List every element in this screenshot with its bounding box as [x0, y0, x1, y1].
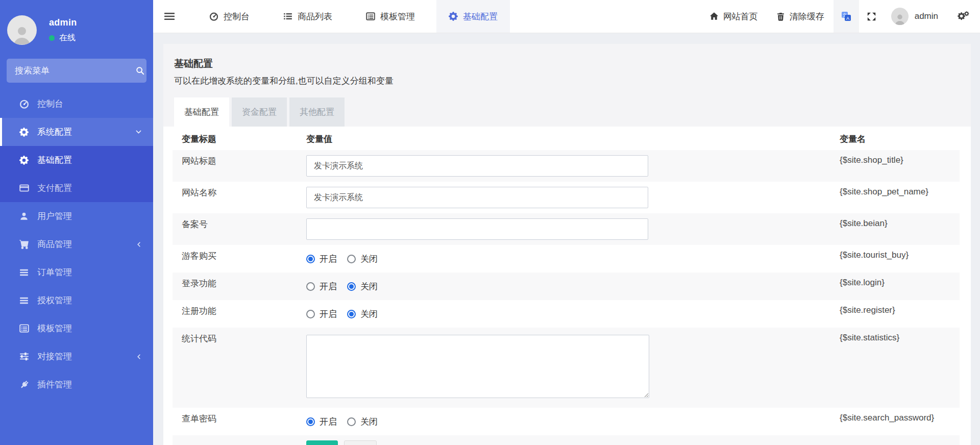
register-off-radio[interactable] [347, 310, 356, 318]
dashboard-icon [209, 12, 218, 21]
menu-search-input[interactable] [7, 66, 136, 76]
user-menu[interactable]: admin [884, 0, 945, 33]
sidebar-item-label: 插件管理 [37, 379, 72, 390]
row-varname: {$site.register} [830, 300, 960, 328]
online-label: 在线 [59, 33, 76, 43]
search-password-off-radio[interactable] [347, 417, 356, 426]
user-status: 在线 [49, 33, 77, 43]
sidebar-item-user-management[interactable]: 用户管理 [0, 202, 153, 230]
clear-cache-link[interactable]: 清除缓存 [767, 0, 834, 33]
sidebar-item-payment-config[interactable]: 支付配置 [0, 174, 153, 202]
tourist-buy-off-radio[interactable] [347, 255, 356, 263]
radio-label-on[interactable]: 开启 [320, 308, 337, 320]
gear-icon [18, 156, 30, 165]
radio-label-on[interactable]: 开启 [320, 416, 337, 428]
statistics-textarea[interactable] [306, 335, 649, 398]
nav-tab-dashboard[interactable]: 控制台 [197, 0, 262, 33]
config-panel: 基础配置 可以在此增改系统的变量和分组,也可以自定义分组和变量 基础配置 资金配… [163, 44, 971, 445]
nav-tab-template-management[interactable]: 模板管理 [354, 0, 427, 33]
sidebar-item-docking-management[interactable]: 对接管理 [0, 342, 153, 370]
dashboard-icon [18, 99, 30, 109]
row-title: 备案号 [173, 213, 297, 245]
sidebar-item-system-config[interactable]: 系统配置 [0, 118, 153, 146]
tourist-buy-on-radio[interactable] [306, 255, 315, 263]
table-row: 登录功能 开启 关闭 {$site.login} [173, 273, 960, 300]
sidebar-toggle-button[interactable] [153, 0, 188, 33]
nav-tab-label: 商品列表 [298, 11, 332, 22]
radio-label-on[interactable]: 开启 [320, 281, 337, 292]
shop-pet-name-input[interactable] [306, 187, 648, 208]
search-icon[interactable] [136, 66, 144, 75]
table-row: 注册功能 开启 关闭 {$site.register} [173, 300, 960, 328]
cogs-icon [958, 11, 970, 21]
shop-title-input[interactable] [306, 155, 648, 177]
reset-button[interactable] [344, 440, 377, 445]
tab-basic-config[interactable]: 基础配置 [174, 97, 229, 127]
login-off-radio[interactable] [347, 282, 356, 291]
fullscreen-icon [867, 12, 876, 21]
sliders-icon [18, 352, 30, 361]
sidebar-item-label: 控制台 [37, 98, 63, 110]
sidebar-item-label: 订单管理 [37, 266, 72, 278]
row-varname: {$site.search_password} [830, 408, 960, 435]
tab-fund-config[interactable]: 资金配置 [232, 97, 287, 127]
sidebar-item-basic-config[interactable]: 基础配置 [0, 146, 153, 174]
table-row-actions [173, 435, 960, 445]
sidebar-item-plugin-management[interactable]: 插件管理 [0, 370, 153, 399]
avatar[interactable] [7, 15, 37, 45]
fullscreen-button[interactable] [859, 0, 884, 33]
nav-tab-goods-list[interactable]: 商品列表 [271, 0, 345, 33]
list-alt-icon [366, 12, 375, 21]
table-row: 查单密码 开启 关闭 {$site.search_password} [173, 408, 960, 435]
row-title: 注册功能 [173, 300, 297, 328]
radio-label-off[interactable]: 关闭 [360, 416, 378, 428]
search-password-on-radio[interactable] [306, 417, 315, 426]
sidebar-item-template-management[interactable]: 模板管理 [0, 314, 153, 342]
sidebar-item-label: 用户管理 [37, 210, 72, 222]
beian-input[interactable] [306, 218, 648, 240]
user-name: admin [49, 17, 77, 28]
language-switch-button[interactable]: 文A [834, 0, 859, 33]
table-row: 游客购买 开启 关闭 {$site.tourist_buy} [173, 245, 960, 273]
radio-label-off[interactable]: 关闭 [360, 281, 378, 292]
chevron-left-icon [136, 354, 142, 360]
radio-label-off[interactable]: 关闭 [360, 253, 378, 265]
top-navbar: 控制台 商品列表 模板管理 基础配置 网站首页 [153, 0, 980, 33]
login-on-radio[interactable] [306, 282, 315, 291]
site-home-label: 网站首页 [723, 11, 758, 22]
page-subtitle: 可以在此增改系统的变量和分组,也可以自定义分组和变量 [174, 75, 960, 87]
sidebar-item-order-management[interactable]: 订单管理 [0, 258, 153, 286]
register-on-radio[interactable] [306, 310, 315, 318]
row-varname: {$site.shop_pet_name} [830, 182, 960, 213]
sidebar-item-goods-management[interactable]: 商品管理 [0, 230, 153, 258]
radio-label-on[interactable]: 开启 [320, 253, 337, 265]
sidebar-item-auth-management[interactable]: 授权管理 [0, 286, 153, 314]
chevron-down-icon [135, 129, 142, 135]
row-title: 网站标题 [173, 150, 297, 182]
list-alt-icon [18, 324, 30, 333]
col-header-name: 变量名 [830, 127, 960, 150]
settings-button[interactable] [945, 0, 980, 33]
sidebar-item-dashboard[interactable]: 控制台 [0, 90, 153, 118]
page-title: 基础配置 [174, 57, 960, 70]
sidebar-menu: 控制台 系统配置 基础配置 支付配置 [0, 90, 153, 399]
config-tabs: 基础配置 资金配置 其他配置 [163, 97, 971, 127]
chevron-left-icon [136, 241, 142, 248]
col-header-title: 变量标题 [173, 127, 297, 150]
nav-tab-label: 基础配置 [463, 11, 498, 22]
nav-tab-basic-config[interactable]: 基础配置 [436, 0, 510, 33]
tab-other-config[interactable]: 其他配置 [289, 97, 345, 127]
row-title: 网站名称 [173, 182, 297, 213]
sidebar-search [7, 59, 146, 83]
online-dot-icon [49, 35, 55, 41]
sidebar: admin 在线 控制台 系统配置 [0, 0, 153, 445]
submit-button[interactable] [306, 440, 338, 445]
site-home-link[interactable]: 网站首页 [700, 0, 767, 33]
table-row: 统计代码 {$site.statistics} [173, 328, 960, 408]
cart-icon [18, 239, 30, 249]
radio-label-off[interactable]: 关闭 [360, 308, 378, 320]
sidebar-item-label: 对接管理 [37, 351, 72, 362]
list-icon [283, 12, 292, 21]
avatar [891, 8, 909, 25]
sidebar-item-label: 基础配置 [37, 154, 72, 166]
